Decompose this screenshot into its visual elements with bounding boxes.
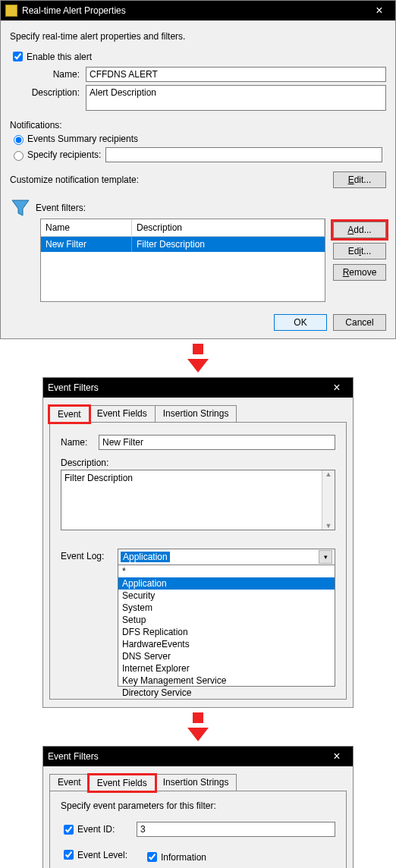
- instruction-text: Specify event parameters for this filter…: [61, 800, 335, 811]
- event-log-option[interactable]: Security: [118, 590, 335, 602]
- row-desc: Filter Description: [132, 237, 325, 252]
- edit-template-button[interactable]: Edit...: [333, 171, 386, 188]
- event-id-checkbox[interactable]: [64, 825, 74, 835]
- col-description[interactable]: Description: [132, 219, 325, 236]
- tab-panel-event-fields: Specify event parameters for this filter…: [49, 791, 347, 868]
- chevron-down-icon[interactable]: ▾: [319, 550, 332, 564]
- event-log-option[interactable]: Directory Service: [118, 687, 335, 699]
- level-information-checkbox[interactable]: [147, 852, 157, 862]
- event-log-selected: Application: [121, 552, 170, 562]
- name-input[interactable]: [86, 67, 386, 82]
- event-filters-label: Event filters:: [36, 203, 86, 213]
- specify-recipients-label: Specify recipients:: [27, 149, 101, 160]
- tab-event-fields[interactable]: Event Fields: [89, 405, 156, 422]
- window-title: Event Filters: [48, 751, 325, 762]
- tab-insertion-strings[interactable]: Insertion Strings: [155, 405, 237, 422]
- tab-event-fields[interactable]: Event Fields: [89, 775, 156, 791]
- instruction-text: Specify real-time alert properties and f…: [10, 31, 386, 42]
- close-icon[interactable]: ×: [368, 5, 391, 17]
- cancel-button[interactable]: Cancel: [333, 314, 386, 331]
- event-id-input[interactable]: [137, 822, 335, 837]
- scrollbar[interactable]: ▲▼: [322, 470, 335, 530]
- tab-panel-event: Name: Description: Filter Description ▲▼…: [49, 423, 347, 700]
- add-filter-button[interactable]: Add...: [333, 222, 386, 238]
- event-log-dropdown[interactable]: Application ▾ *ApplicationSecuritySystem…: [118, 549, 335, 687]
- event-log-option[interactable]: Application: [118, 577, 335, 590]
- window-title: Event Filters: [48, 382, 325, 393]
- event-log-option[interactable]: Key Management Service: [118, 675, 335, 687]
- close-icon[interactable]: ×: [325, 382, 348, 394]
- specify-recipients-input[interactable]: [105, 147, 382, 162]
- event-filters-dialog-2: Event Filters × Event Event Fields Inser…: [42, 746, 354, 868]
- table-row[interactable]: New Filter Filter Description: [41, 237, 325, 252]
- name-label: Name:: [61, 435, 99, 448]
- filter-description-textarea[interactable]: Filter Description: [61, 470, 335, 486]
- customize-template-label: Customize notification template:: [10, 175, 139, 185]
- event-log-option[interactable]: Internet Explorer: [118, 662, 335, 675]
- specify-recipients-radio[interactable]: [14, 151, 24, 161]
- funnel-icon: [10, 197, 31, 219]
- event-filters-dialog-1: Event Filters × Event Event Fields Inser…: [42, 377, 354, 708]
- titlebar: Event Filters ×: [43, 378, 353, 398]
- description-label: Description:: [25, 85, 86, 98]
- event-log-option[interactable]: Setup: [118, 614, 335, 626]
- dialog-body: Specify real-time alert properties and f…: [1, 20, 395, 338]
- tab-event[interactable]: Event: [49, 774, 90, 791]
- filter-name-input[interactable]: [99, 435, 335, 450]
- event-log-option[interactable]: *: [118, 565, 335, 577]
- event-log-option[interactable]: HardwareEvents: [118, 638, 335, 650]
- description-textarea[interactable]: Alert Description: [86, 85, 386, 111]
- event-log-option[interactable]: DNS Server: [118, 650, 335, 662]
- name-label: Name:: [25, 67, 86, 80]
- table-header: Name Description: [41, 219, 325, 237]
- tab-event[interactable]: Event: [49, 406, 90, 423]
- alert-properties-dialog: Real-time Alert Properties × Specify rea…: [0, 0, 396, 339]
- summary-recipients-radio[interactable]: [14, 135, 24, 145]
- flow-arrow-icon: [0, 344, 396, 373]
- app-icon: [5, 5, 17, 17]
- col-name[interactable]: Name: [41, 219, 132, 236]
- event-id-label: Event ID:: [77, 824, 115, 835]
- enable-alert-checkbox[interactable]: [13, 52, 23, 61]
- remove-filter-button[interactable]: Remove: [333, 264, 386, 281]
- close-icon[interactable]: ×: [325, 750, 348, 763]
- edit-filter-button[interactable]: Edit...: [333, 243, 386, 259]
- event-level-label: Event Level:: [77, 850, 127, 860]
- row-name: New Filter: [41, 237, 132, 252]
- enable-alert-label: Enable this alert: [27, 52, 92, 62]
- event-log-option[interactable]: DFS Replication: [118, 626, 335, 638]
- summary-recipients-label: Events Summary recipients: [27, 134, 138, 144]
- level-information-label: Information: [161, 852, 206, 863]
- event-log-option[interactable]: System: [118, 602, 335, 614]
- description-label: Description:: [61, 458, 335, 468]
- tab-bar: Event Event Fields Insertion Strings: [49, 405, 347, 423]
- event-level-checkbox[interactable]: [64, 850, 74, 860]
- titlebar: Event Filters ×: [43, 747, 353, 766]
- event-log-label: Event Log:: [61, 549, 118, 561]
- event-log-options[interactable]: *ApplicationSecuritySystemSetupDFS Repli…: [118, 565, 335, 686]
- tab-insertion-strings[interactable]: Insertion Strings: [155, 774, 237, 791]
- ok-button[interactable]: OK: [274, 314, 327, 331]
- titlebar: Real-time Alert Properties ×: [1, 1, 395, 20]
- window-title: Real-time Alert Properties: [22, 5, 368, 16]
- notifications-label: Notifications:: [10, 120, 386, 131]
- tab-bar: Event Event Fields Insertion Strings: [49, 774, 347, 791]
- filters-table[interactable]: Name Description New Filter Filter Descr…: [40, 219, 325, 302]
- flow-arrow-icon: [0, 712, 396, 741]
